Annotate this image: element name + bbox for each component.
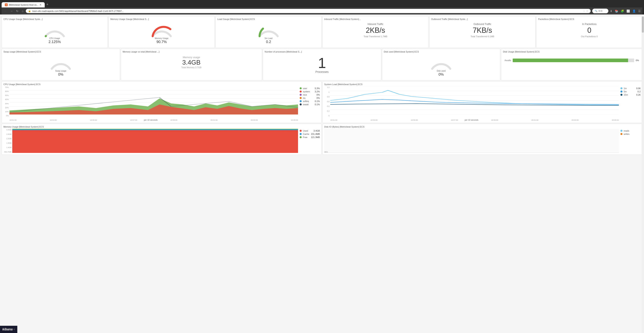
scrollbar-thumb[interactable] — [642, 16, 644, 32]
inbound-title: Inbound Traffic [Metricbeat System]... — [324, 18, 427, 20]
outbound-sub: Total Transferred 6.1MB — [433, 35, 532, 38]
outbound-traffic-panel: Outbound Traffic [Metricbeat Syste...] O… — [429, 16, 536, 48]
packetloss-panel: Packetloss [Metricbeat System] ECS In Pa… — [536, 16, 642, 48]
legend-used-value: 3.4GB — [314, 130, 320, 132]
disk-usage-panel: Disk Usage [Metricbeat System] ECS /host… — [501, 49, 642, 80]
legend-5m: 5m 0.2 — [620, 90, 640, 93]
packetloss-value: 0 — [540, 26, 639, 34]
diskusage-path: /hostfs — [504, 59, 511, 61]
swap-title: Swap usage [Metricbeat System] ECS — [4, 50, 118, 53]
cpu-gauge-label: CPU Usage — [49, 37, 60, 39]
legend-cache-dot — [300, 133, 302, 135]
swap-gauge-svg — [49, 56, 73, 70]
legend-15m-dot — [620, 94, 622, 96]
cpu-gauge-value: 2.125% — [48, 40, 61, 44]
memory-gauge-svg — [150, 23, 174, 37]
legend-5m-dot — [620, 90, 622, 93]
diskused-gauge-value: 0% — [438, 72, 444, 77]
legend-free: Free 121.3MB — [300, 136, 320, 138]
legend-softirq: softirq 0.1% — [300, 100, 320, 102]
legend-cache-value: 231.4MB — [311, 133, 320, 135]
diskusage-percent: 0% — [636, 59, 639, 61]
memory-gauge-panel: Memory Usage Gauge [Metricbeat S...] Mem… — [108, 16, 215, 48]
load-gauge-value: 0.2 — [266, 40, 271, 44]
legend-reads: reads — [620, 130, 640, 132]
legend-writes: writes — [620, 133, 640, 135]
load-gauge-label: 5m Load — [264, 37, 272, 39]
legend-system-value: 3.2% — [315, 90, 320, 93]
cpu-gauge-svg — [43, 23, 67, 37]
diskio-panel: Disk IO (Bytes) [Metricbeat System] ECS … — [322, 124, 642, 155]
legend-used-label: Used — [303, 130, 312, 132]
back-button[interactable]: ← — [3, 9, 8, 13]
legend-nice-label: nice — [303, 94, 315, 96]
processes-panel: Number of processes [Metricbeat S...] 1 … — [263, 49, 381, 80]
svg-rect-15 — [12, 130, 298, 153]
bookmark-icon[interactable]: ☆ — [586, 10, 588, 12]
profile-icon[interactable]: 👤 — [632, 9, 636, 13]
cpu-chart-legend: user 5.3% system 3.2% nice 0% — [300, 86, 320, 121]
address-bar[interactable]: 🔒 learn-elk.roadmapedu.com:5601/app/kiba… — [26, 9, 591, 13]
tab-close-button[interactable]: ✕ — [40, 3, 42, 6]
browser-tabs: M [Metricbeat System] Host ov... ✕ + — [2, 1, 642, 7]
legend-user-label: user — [303, 87, 314, 89]
swap-gauge-label: Swap usage — [55, 70, 66, 72]
inbound-label: Inbound Traffic — [326, 23, 425, 25]
memory-gauge-title: Memory Usage Gauge [Metricbeat S...] — [110, 18, 213, 20]
bookmarks-icon[interactable]: 📚 — [615, 9, 618, 13]
active-tab[interactable]: M [Metricbeat System] Host ov... ✕ — [2, 2, 45, 7]
memory-gauge-label: Memory Usage — [155, 37, 168, 39]
legend-softirq-label: softirq — [303, 100, 314, 102]
legend-system-label: system — [303, 90, 314, 93]
search-bar[interactable]: 🔍 搜索 — [592, 9, 608, 13]
memvstotal-label: Memory usage — [125, 56, 258, 59]
outbound-label: Outbound Traffic — [433, 23, 532, 25]
reload-button[interactable]: ↻ — [15, 9, 19, 13]
search-icon: 🔍 — [595, 10, 598, 12]
packetloss-title: Packetloss [Metricbeat System] ECS — [538, 18, 640, 20]
inbound-value: 2KB/s — [326, 26, 425, 34]
legend-writes-label: writes — [624, 133, 640, 135]
menu-icon[interactable]: ☰ — [638, 9, 641, 13]
legend-writes-dot — [620, 133, 622, 135]
mem-chart-svg — [12, 129, 298, 153]
memvstotal-content: Memory usage 3.4GB Total Memory 3.7GB — [123, 54, 260, 71]
cpu-chart-inner: 70% 60% 50% 40% 30% 20% 10% 0% — [4, 86, 320, 121]
legend-15m-label: 15m — [624, 94, 635, 96]
browser-chrome: M [Metricbeat System] Host ov... ✕ + ← →… — [0, 0, 644, 14]
memory-chart-panel: Memory Usage [Metricbeat System] ECS 3.3… — [2, 124, 322, 155]
legend-1m: 1m 0.06 — [620, 87, 640, 89]
sysload-legend: 1m 0.06 5m 0.2 15m 0.26 — [620, 86, 640, 121]
new-tab-button[interactable]: + — [45, 1, 50, 7]
diskusage-bar-fill — [513, 58, 628, 62]
packetloss-sub: Out Packetloss 0 — [540, 35, 639, 38]
packetloss-label: In Packetloss — [540, 23, 639, 25]
more-button[interactable]: ··· — [583, 10, 585, 12]
url-text: learn-elk.roadmapedu.com:5601/app/kibana… — [32, 10, 582, 12]
legend-free-value: 121.3MB — [311, 136, 320, 138]
row4-panels: Memory Usage [Metricbeat System] ECS 3.3… — [2, 124, 642, 155]
tab-favicon: M — [5, 3, 8, 6]
legend-irq-label: irq — [303, 97, 315, 99]
forward-button[interactable]: → — [9, 9, 14, 13]
inbound-traffic-panel: Inbound Traffic [Metricbeat System]... I… — [322, 16, 428, 48]
legend-iowait-dot — [300, 103, 302, 105]
mem-yaxis: 3.3GB 2.8GB 2.3GB 1.9GB 1.4GB 953.7MB — [4, 129, 12, 153]
scrollbar[interactable] — [642, 16, 644, 157]
legend-1m-label: 1m — [624, 87, 635, 89]
memvstotal-value: 3.4GB — [125, 59, 258, 66]
cpu-chart-panel: CPU Usage [Metricbeat System] ECS 70% 60… — [2, 81, 322, 123]
download-icon[interactable]: ⬇ — [610, 9, 612, 13]
diskused-title: Disk used [Metricbeat System] ECS — [384, 50, 498, 53]
legend-irq-value: 0% — [316, 97, 320, 99]
extensions-icon[interactable]: 🧩 — [621, 9, 624, 13]
home-button[interactable]: ⌂ — [21, 9, 24, 13]
sysload-xaxis: 19:51:00 19:53:00 19:55:00 19:57:00 19:5… — [330, 119, 619, 121]
load-gauge-title: Load Gauge [Metricbeat System] ECS — [217, 18, 320, 20]
tab-manager-icon[interactable]: ⬜ — [626, 9, 630, 13]
legend-nice: nice 0% — [300, 94, 320, 96]
processes-title: Number of processes [Metricbeat S...] — [264, 50, 380, 53]
sysload-chart-inner: 1.2 1 0.8 0.6 0.4 0.2 0 — [324, 86, 640, 121]
sysload-chart-plot: 1.2 1 0.8 0.6 0.4 0.2 0 — [324, 86, 619, 121]
legend-reads-dot — [620, 130, 622, 132]
